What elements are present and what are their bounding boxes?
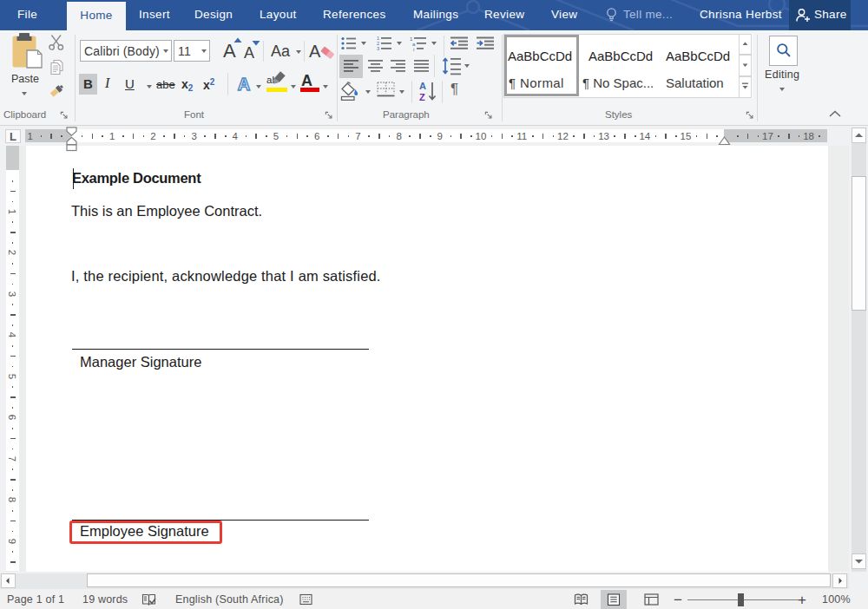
svg-text:A: A	[419, 81, 426, 91]
svg-text:3: 3	[377, 46, 379, 51]
svg-text:Z: Z	[419, 92, 425, 102]
svg-text:A: A	[238, 75, 250, 94]
svg-text:i: i	[413, 47, 414, 52]
